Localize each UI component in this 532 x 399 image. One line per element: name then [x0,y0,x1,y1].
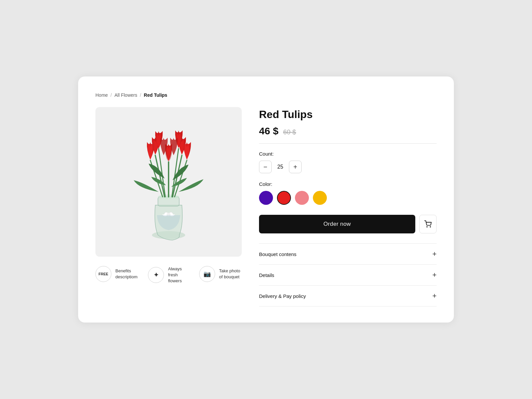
tulip-svg [115,112,222,252]
price-row: 46 $ 60 $ [259,125,437,137]
svg-point-13 [430,226,431,227]
feature-fresh: ✦ Always fresh flowers [148,266,188,284]
color-swatches [259,191,437,205]
breadcrumb-home[interactable]: Home [95,92,108,98]
product-title: Red Tulips [259,108,437,121]
breadcrumb-current: Red Tulips [144,92,168,98]
color-label: Color: [259,181,437,187]
accordion: Bouquet contens + Details + Delivery & P… [259,243,437,307]
color-swatch-purple[interactable] [259,191,273,205]
accordion-details-label: Details [259,272,274,278]
feature-benefits-label: Benefits descriptiom [115,268,137,280]
features-row: FREE Benefits descriptiom ✦ Always fresh… [95,266,242,284]
increment-button[interactable]: + [289,161,302,173]
product-image-box [95,107,242,257]
accordion-delivery[interactable]: Delivery & Pay policy + [259,285,437,307]
breadcrumb-all-flowers[interactable]: All Flowers [114,92,137,98]
product-info-section: Red Tulips 46 $ 60 $ Count: − 25 + Color… [259,107,437,307]
accordion-bouquet-label: Bouquet contens [259,251,297,257]
count-value: 25 [272,164,289,170]
camera-icon: 📷 [199,266,215,282]
free-icon: FREE [95,266,111,282]
color-swatch-yellow[interactable] [313,191,327,205]
price-divider [259,143,437,144]
breadcrumb: Home / All Flowers / Red Tulips [95,92,437,98]
add-to-cart-button[interactable] [419,215,437,233]
accordion-bouquet-icon: + [432,250,437,258]
svg-point-12 [427,226,427,227]
count-stepper: − 25 + [259,161,437,173]
accordion-details-icon: + [432,271,437,279]
feature-photo: 📷 Take photo of bouquet [199,266,242,282]
feature-photo-label: Take photo of bouquet [219,268,242,280]
feature-fresh-label: Always fresh flowers [168,266,188,284]
color-swatch-pink[interactable] [295,191,309,205]
accordion-delivery-label: Delivery & Pay policy [259,293,306,299]
order-now-button[interactable]: Order now [259,215,415,233]
sparkle-icon: ✦ [148,267,164,283]
cart-icon [424,220,432,228]
accordion-bouquet[interactable]: Bouquet contens + [259,243,437,264]
color-swatch-red[interactable] [277,191,291,205]
breadcrumb-sep-2: / [140,92,141,98]
accordion-details[interactable]: Details + [259,264,437,285]
product-image-section: FREE Benefits descriptiom ✦ Always fresh… [95,107,242,284]
price-current: 46 $ [259,125,278,137]
price-old: 60 $ [283,128,296,136]
decrement-button[interactable]: − [259,161,272,173]
count-label: Count: [259,151,437,157]
accordion-delivery-icon: + [432,292,437,300]
action-buttons: Order now [259,215,437,233]
breadcrumb-sep-1: / [110,92,112,98]
feature-benefits: FREE Benefits descriptiom [95,266,137,282]
